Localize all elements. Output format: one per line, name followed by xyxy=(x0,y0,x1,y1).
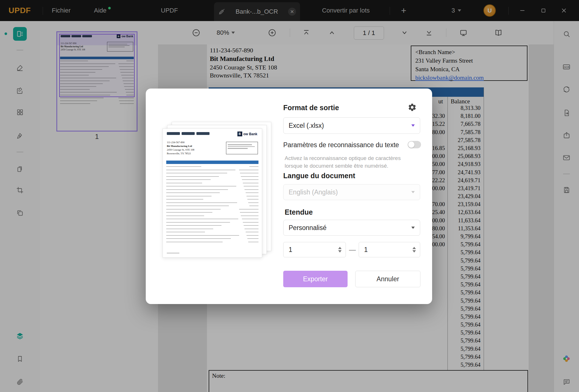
chevron-down-icon xyxy=(411,124,415,127)
ocr-help-line-2: lorsque le document semble être numérisé… xyxy=(285,163,388,169)
gear-icon[interactable] xyxy=(408,103,417,112)
export-button[interactable]: Exporter xyxy=(283,271,348,287)
range-title: Etendue xyxy=(285,208,313,216)
page-from-stepper[interactable]: 1 xyxy=(283,242,346,257)
ocr-settings-label: Paramètres de reconnaissance du texte xyxy=(283,141,399,149)
bank-logo: B ow Bank xyxy=(237,132,257,136)
stepper-arrows[interactable] xyxy=(412,247,416,253)
range-select[interactable]: Personnalisé xyxy=(283,220,420,236)
mini-table-header xyxy=(166,161,258,164)
page-to-stepper[interactable]: 1 xyxy=(359,242,420,257)
ocr-help-line-1: Activez la reconnaissance optique de car… xyxy=(285,155,401,161)
chevron-down-icon xyxy=(411,191,415,193)
stepper-arrows[interactable] xyxy=(338,247,342,253)
output-format-title: Format de sortie xyxy=(283,104,339,112)
format-select[interactable]: Excel (.xlsx) xyxy=(283,117,420,134)
range-dash: — xyxy=(349,246,356,254)
language-select[interactable]: English (Anglais) xyxy=(283,184,420,200)
language-title: Langue du document xyxy=(283,172,355,180)
export-dialog: B ow Bank 111-234-567-890 Bit Manufactur… xyxy=(146,89,432,304)
app-window: UPDF Fichier Aide UPDF Bank-...b_OCR ✕ C… xyxy=(0,0,579,392)
ocr-toggle[interactable] xyxy=(408,141,421,148)
cancel-button[interactable]: Annuler xyxy=(355,271,420,287)
preview-sheet-front: B ow Bank 111-234-567-890 Bit Manufactur… xyxy=(163,128,262,258)
chevron-down-icon xyxy=(411,227,415,229)
